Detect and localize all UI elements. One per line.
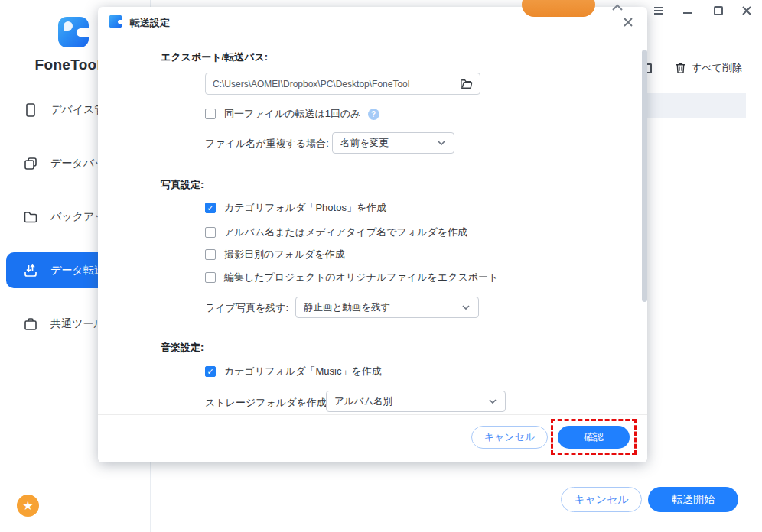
fonetool-logo-icon [58, 17, 89, 47]
cancel-label: キャンセル [574, 493, 629, 507]
dialog-logo-icon [109, 15, 122, 28]
photo-option-row[interactable]: アルバム名またはメディアタイプ名でフォルダを作成 [205, 225, 467, 239]
storage-folder-value: アルバム名別 [334, 395, 488, 408]
dialog-cancel-button[interactable]: キャンセル [471, 426, 548, 449]
browse-folder-icon[interactable] [460, 77, 473, 90]
folder-icon [23, 209, 38, 225]
photo-option-row[interactable]: ✓ カテゴリフォルダ「Photos」を作成 [205, 201, 386, 215]
start-transfer-button[interactable]: 転送開始 [648, 487, 738, 512]
photo-album-checkbox[interactable] [205, 227, 216, 238]
photo-section-label: 写真設定: [161, 178, 204, 192]
export-path-input[interactable]: C:\Users\AOMEI\Dropbox\PC\Desktop\FoneTo… [205, 73, 480, 95]
photo-option-label: 編集したプロジェクトのオリジナルファイルをエクスポート [224, 271, 498, 284]
window-controls [643, 0, 762, 23]
photo-option-row[interactable]: 編集したプロジェクトのオリジナルファイルをエクスポート [205, 271, 498, 284]
chevron-down-icon [488, 397, 497, 406]
dialog-cancel-label: キャンセル [484, 430, 536, 444]
music-category-checkbox[interactable]: ✓ [205, 366, 216, 377]
transfer-icon [23, 263, 38, 278]
start-transfer-label: 転送開始 [672, 493, 715, 507]
photo-option-row[interactable]: 撮影日別のフォルダを作成 [205, 248, 345, 261]
chevron-down-icon [461, 303, 471, 312]
music-section-label: 音楽設定: [161, 341, 204, 355]
cancel-button[interactable]: キャンセル [561, 487, 642, 512]
photo-category-checkbox[interactable]: ✓ [205, 203, 216, 213]
dialog-title: 転送設定 [130, 16, 170, 30]
chevron-down-icon [437, 138, 446, 148]
bottom-bar-divider [151, 466, 762, 466]
trash-icon [675, 62, 686, 74]
dedupe-checkbox[interactable] [205, 109, 216, 119]
upgrade-button[interactable] [522, 0, 595, 17]
storage-folder-select[interactable]: アルバム名別 [326, 391, 506, 412]
backup-copy-icon [23, 156, 38, 171]
close-window-icon[interactable] [739, 3, 754, 18]
live-photo-select[interactable]: 静止画と動画を残す [295, 297, 479, 318]
device-icon [23, 102, 38, 118]
export-path-label: エクスポート/転送パス: [161, 50, 268, 64]
dialog-close-icon[interactable] [620, 15, 636, 30]
dialog-scrollbar[interactable] [642, 50, 647, 302]
photo-option-label: アルバム名またはメディアタイプ名でフォルダを作成 [224, 225, 467, 239]
music-option-row[interactable]: ✓ カテゴリフォルダ「Music」を作成 [205, 365, 382, 378]
live-photo-value: 静止画と動画を残す [304, 301, 461, 314]
dedupe-option[interactable]: 同一ファイルの転送は1回のみ ? [205, 107, 379, 121]
toolbox-icon [23, 316, 38, 332]
rate-star-icon[interactable]: ★ [17, 495, 39, 517]
minimize-icon[interactable] [680, 3, 695, 18]
delete-all-label: すべて削除 [692, 61, 742, 75]
duplicate-name-value: 名前を変更 [340, 137, 437, 150]
delete-all-button[interactable]: すべて削除 [675, 61, 742, 75]
confirm-highlight-annotation [551, 419, 637, 455]
duplicate-name-label: ファイル名が重複する場合: [205, 137, 329, 151]
music-option-label: カテゴリフォルダ「Music」を作成 [224, 365, 382, 378]
photo-original-checkbox[interactable] [205, 272, 216, 283]
sidebar-item-label: データ転送 [50, 264, 105, 277]
app-window: FoneTool無 デバイス管理 データバック バックアップ データ転送 共通ツ… [0, 0, 762, 532]
duplicate-name-select[interactable]: 名前を変更 [332, 132, 454, 154]
photo-option-label: 撮影日別のフォルダを作成 [224, 248, 345, 261]
help-icon[interactable]: ? [368, 109, 379, 120]
photo-date-checkbox[interactable] [205, 249, 216, 260]
photo-option-label: カテゴリフォルダ「Photos」を作成 [224, 201, 386, 215]
cutoff-toolbar-icon [646, 63, 652, 73]
dedupe-label: 同一ファイルの転送は1回のみ [224, 107, 361, 121]
maximize-icon[interactable] [711, 3, 726, 18]
live-photo-label: ライブ写真を残す: [205, 301, 288, 315]
export-path-value: C:\Users\AOMEI\Dropbox\PC\Desktop\FoneTo… [213, 79, 460, 89]
chevron-up-icon[interactable] [611, 2, 624, 11]
menu-icon[interactable] [651, 3, 666, 18]
storage-folder-label: ストレージフォルダを作成: [205, 396, 329, 410]
sidebar-item-label: 共通ツール [50, 317, 105, 331]
transfer-settings-dialog: 転送設定 エクスポート/転送パス: C:\Users\AOMEI\Dropbox… [98, 7, 647, 462]
